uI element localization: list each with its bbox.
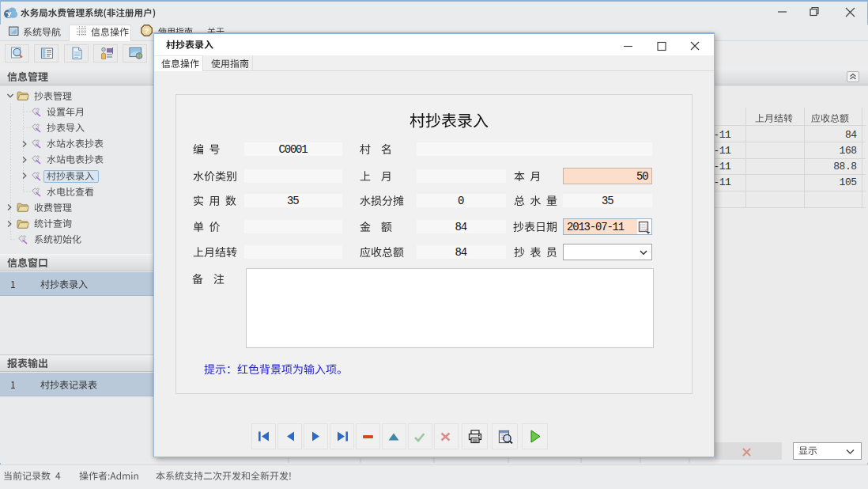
svg-text:?: ? [145, 27, 149, 35]
